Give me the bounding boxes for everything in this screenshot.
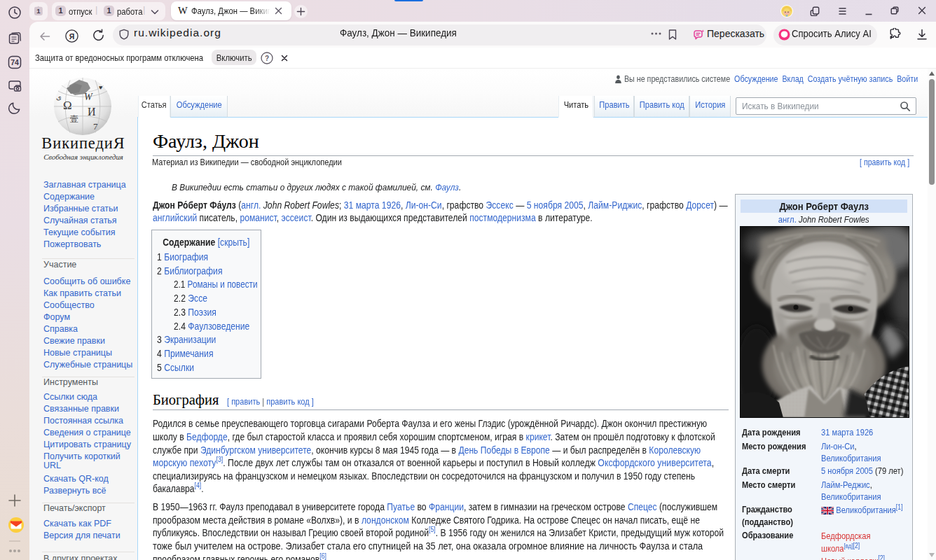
- svg-text:壹: 壹: [70, 114, 78, 124]
- svg-text:Я: Я: [69, 32, 75, 41]
- svg-text:?: ?: [265, 55, 269, 62]
- svg-text:И: И: [88, 106, 96, 118]
- svg-text:ی: ی: [56, 93, 62, 101]
- svg-text:♥: ♥: [99, 84, 102, 91]
- svg-text:74: 74: [11, 58, 19, 66]
- svg-text:1: 1: [36, 7, 41, 15]
- svg-text:7: 7: [93, 121, 98, 132]
- svg-text:Ω: Ω: [63, 99, 72, 112]
- svg-text:W: W: [84, 92, 93, 102]
